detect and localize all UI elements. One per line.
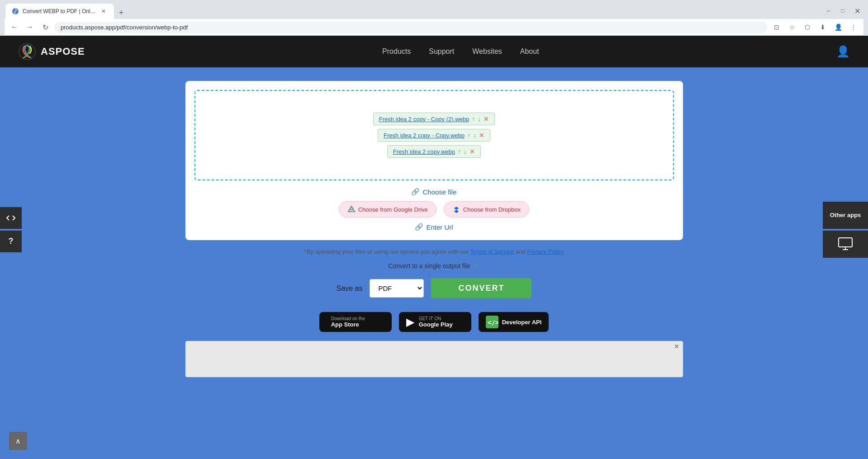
file-tag[interactable]: Fresh idea 2 copy - Copy (2).webp ↑ ↓ ✕	[373, 113, 495, 125]
file-tags-list: Fresh idea 2 copy - Copy (2).webp ↑ ↓ ✕ …	[373, 113, 495, 158]
developer-api-label: Developer API	[502, 319, 542, 326]
reload-button[interactable]: ↻	[39, 21, 52, 33]
aspose-logo-icon	[18, 43, 36, 61]
file-remove-1[interactable]: ✕	[484, 115, 489, 123]
browser-chrome: Convert WEBP to PDF | Online ... ✕ + − □…	[0, 0, 868, 36]
link-icon: 🔗	[411, 188, 420, 196]
choose-file-label: Choose file	[422, 188, 456, 196]
choose-file-button[interactable]: 🔗 Choose file	[411, 188, 456, 196]
app-store-sub: Download on the	[331, 316, 365, 321]
address-bar[interactable]	[54, 22, 768, 33]
code-icon	[6, 213, 16, 223]
main-nav: Products Support Websites About	[382, 47, 539, 56]
single-output-checkmark[interactable]: ✓	[474, 261, 480, 270]
dropbox-label: Choose from Dropbox	[463, 206, 521, 213]
terms-prefix: *By uploading your files or using our se…	[304, 248, 469, 255]
google-play-main: Google Play	[419, 321, 453, 328]
app-store-text: Download on the App Store	[331, 316, 365, 328]
active-tab[interactable]: Convert WEBP to PDF | Online ... ✕	[5, 4, 114, 19]
file-down-1[interactable]: ↓	[478, 115, 481, 123]
save-convert-row: Save as PDF DOCX JPEG PNG TIFF CONVERT	[337, 278, 532, 298]
enter-url-label: Enter Url	[426, 223, 453, 231]
side-left-panel: ?	[0, 207, 22, 252]
side-right-panel: Other apps	[823, 202, 868, 258]
tab-close-button[interactable]: ✕	[100, 7, 108, 15]
file-down-2[interactable]: ↓	[473, 132, 476, 139]
back-button[interactable]: ←	[8, 21, 21, 33]
cloud-buttons: Choose from Google Drive Choose from Dro…	[339, 201, 529, 218]
nav-products[interactable]: Products	[382, 47, 411, 56]
terms-of-service-link[interactable]: Terms of Service	[470, 248, 514, 255]
other-apps-button[interactable]: Other apps	[823, 202, 868, 229]
address-bar-row: ← → ↻ ⊡ ☆ ⬡ ⬇ 👤 ⋮	[5, 19, 863, 36]
svg-rect-8	[839, 238, 852, 247]
svg-marker-5	[454, 207, 459, 213]
bottom-banner: ✕	[185, 341, 683, 377]
google-drive-icon	[347, 205, 356, 213]
svg-text:</>: </>	[488, 319, 498, 326]
terms-and: and	[516, 248, 526, 255]
format-select[interactable]: PDF DOCX JPEG PNG TIFF	[370, 279, 424, 298]
nav-websites[interactable]: Websites	[472, 47, 502, 56]
converter-card: Fresh idea 2 copy - Copy (2).webp ↑ ↓ ✕ …	[185, 81, 683, 240]
window-minimize-button[interactable]: −	[822, 5, 835, 17]
drop-zone[interactable]: Fresh idea 2 copy - Copy (2).webp ↑ ↓ ✕ …	[194, 90, 674, 180]
url-icon: 🔗	[415, 223, 423, 231]
file-up-1[interactable]: ↑	[472, 115, 475, 123]
monitor-icon	[837, 236, 854, 252]
google-drive-button[interactable]: Choose from Google Drive	[339, 201, 436, 218]
developer-api-badge[interactable]: </> Developer API	[479, 312, 549, 332]
google-play-badge[interactable]: ▶ GET IT ON Google Play	[399, 312, 471, 332]
download-button[interactable]: ⬇	[816, 21, 829, 33]
user-icon[interactable]: 👤	[836, 45, 850, 58]
monitor-button[interactable]	[823, 231, 868, 258]
bookmark-button[interactable]: ☆	[786, 21, 798, 33]
app-badges: Download on the App Store ▶ GET IT ON Go…	[319, 312, 549, 332]
extensions-button[interactable]: ⬡	[801, 21, 814, 33]
menu-button[interactable]: ⋮	[847, 21, 860, 33]
save-as-label: Save as	[337, 284, 363, 293]
file-up-2[interactable]: ↑	[467, 132, 470, 139]
privacy-policy-link[interactable]: Privacy Policy	[527, 248, 564, 255]
window-close-button[interactable]: ✕	[851, 5, 863, 17]
help-side-button[interactable]: ?	[0, 231, 22, 252]
nav-support[interactable]: Support	[429, 47, 454, 56]
dropbox-icon	[452, 205, 460, 213]
dropbox-button[interactable]: Choose from Dropbox	[444, 201, 529, 218]
file-actions: 🔗 Choose file Choose from Google Drive	[194, 188, 674, 231]
window-maximize-button[interactable]: □	[836, 5, 849, 17]
nav-about[interactable]: About	[520, 47, 539, 56]
file-name-3: Fresh idea 2 copy.webp	[393, 148, 455, 155]
enter-url-button[interactable]: 🔗 Enter Url	[415, 223, 453, 231]
cast-button[interactable]: ⊡	[770, 21, 783, 33]
page-content: ASPOSE Products Support Websites About 👤…	[0, 36, 868, 459]
file-name-2: Fresh idea 2 copy - Copy.webp	[384, 132, 465, 139]
developer-api-icon: </>	[486, 316, 498, 328]
file-up-3[interactable]: ↑	[458, 148, 461, 155]
logo-area[interactable]: ASPOSE	[18, 43, 85, 61]
app-store-main: App Store	[331, 321, 365, 328]
scroll-up-button[interactable]: ∧	[9, 432, 27, 450]
tab-bar: Convert WEBP to PDF | Online ... ✕ + − □…	[5, 4, 863, 19]
file-name-1: Fresh idea 2 copy - Copy (2).webp	[379, 116, 469, 123]
google-play-icon: ▶	[406, 316, 414, 328]
code-side-button[interactable]	[0, 207, 22, 229]
file-down-3[interactable]: ↓	[464, 148, 467, 155]
banner-close-button[interactable]: ✕	[674, 343, 679, 350]
google-drive-label: Choose from Google Drive	[358, 206, 428, 213]
tab-favicon	[12, 8, 19, 15]
new-tab-button[interactable]: +	[115, 6, 128, 19]
single-output-label: Convert to a single output file	[388, 262, 470, 270]
file-tag[interactable]: Fresh idea 2 copy - Copy.webp ↑ ↓ ✕	[378, 129, 490, 142]
logo-text: ASPOSE	[41, 46, 85, 57]
help-icon: ?	[9, 237, 14, 246]
main-content: Fresh idea 2 copy - Copy (2).webp ↑ ↓ ✕ …	[0, 67, 868, 391]
google-play-sub: GET IT ON	[419, 316, 453, 321]
file-remove-3[interactable]: ✕	[470, 148, 475, 155]
forward-button[interactable]: →	[24, 21, 36, 33]
profile-button[interactable]: 👤	[832, 21, 844, 33]
file-tag[interactable]: Fresh idea 2 copy.webp ↑ ↓ ✕	[387, 145, 481, 158]
app-store-badge[interactable]: Download on the App Store	[319, 312, 392, 332]
convert-button[interactable]: CONVERT	[431, 278, 531, 298]
file-remove-2[interactable]: ✕	[479, 132, 484, 139]
